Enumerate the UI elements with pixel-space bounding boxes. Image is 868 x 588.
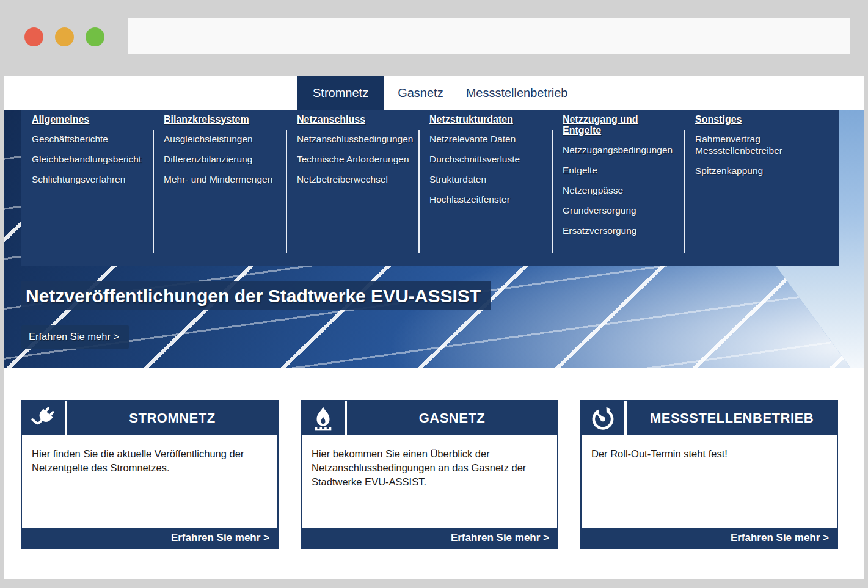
menu-column-allgemeines: AllgemeinesGeschäftsberichteGleichbehand…: [21, 110, 153, 266]
column-divider: [286, 130, 287, 253]
menu-column-bilanzkreissystem: BilanzkreissystemAusgleichsleistungenDif…: [153, 110, 286, 266]
card-messstellenbetrieb: MESSSTELLENBETRIEBDer Roll-Out-Termin st…: [580, 400, 838, 549]
card-header: MESSSTELLENBETRIEB: [582, 401, 837, 435]
menu-heading-netzzugang-und-entgelte[interactable]: Netzzugang und Entgelte: [563, 114, 677, 136]
menu-item-differenzbilanzierung[interactable]: Differenzbilanzierung: [164, 153, 279, 165]
column-divider: [418, 130, 420, 253]
card-description: Hier bekommen Sie einen Überblick der Ne…: [302, 435, 557, 528]
menu-column-sonstiges: SonstigesRahmenvertrag Messstellenbetrei…: [685, 110, 839, 266]
menu-item-schlichtungsverfahren[interactable]: Schlichtungsverfahren: [32, 173, 146, 185]
browser-chrome: [0, 0, 868, 76]
column-divider: [552, 130, 553, 253]
nav-tabs: StromnetzGasnetzMessstellenbetrieb: [297, 76, 576, 110]
menu-heading-netzanschluss[interactable]: Netzanschluss: [297, 114, 412, 125]
menu-column-netzstrukturdaten: NetzstrukturdatenNetzrelevante DatenDurc…: [419, 110, 552, 266]
card-title: STROMNETZ: [67, 401, 277, 435]
card-title: MESSSTELLENBETRIEB: [627, 401, 837, 435]
browser-window: { "window": { "address_bar_value": "" },…: [0, 0, 868, 588]
menu-item-mehr-und-mindermengen[interactable]: Mehr- und Mindermengen: [164, 173, 279, 185]
window-close-button[interactable]: [24, 27, 43, 46]
card-title: GASNETZ: [347, 401, 557, 435]
menu-item-technische-anforderungen[interactable]: Technische Anforderungen: [297, 153, 412, 165]
stromnetz-dropdown-menu: AllgemeinesGeschäftsberichteGleichbehand…: [21, 110, 839, 266]
card-description: Der Roll-Out-Termin steht fest!: [582, 435, 837, 528]
card-description: Hier finden Sie die aktuelle Veröffentli…: [22, 435, 277, 528]
hero-title: Netzveröffentlichungen der Stadtwerke EV…: [21, 281, 491, 310]
hero-learn-more-button[interactable]: Erfahren Sie mehr >: [21, 325, 129, 349]
menu-item-netzrelevante-daten[interactable]: Netzrelevante Daten: [429, 133, 545, 145]
menu-item-netzanschlussbedingungen[interactable]: Netzanschlussbedingungen: [297, 133, 412, 145]
menu-item-rahmenvertrag-messstellenbetreiber[interactable]: Rahmenvertrag Messstellenbetreiber: [695, 133, 832, 156]
menu-item-ausgleichsleistungen[interactable]: Ausgleichsleistungen: [164, 133, 279, 145]
menu-item-spitzenkappung[interactable]: Spitzenkappung: [695, 165, 832, 176]
menu-item-netzzugangsbedingungen[interactable]: Netzzugangsbedingungen: [563, 144, 677, 156]
card-footer: Erfahren Sie mehr >: [582, 528, 837, 548]
window-controls: [24, 27, 116, 46]
column-divider: [153, 130, 154, 253]
menu-item-entgelte[interactable]: Entgelte: [563, 164, 677, 176]
gauge-icon: [582, 401, 627, 435]
card-learn-more-button[interactable]: Erfahren Sie mehr >: [731, 532, 829, 544]
card-learn-more-button[interactable]: Erfahren Sie mehr >: [451, 532, 549, 544]
main-nav: StromnetzGasnetzMessstellenbetrieb: [4, 76, 864, 110]
window-zoom-button[interactable]: [86, 27, 104, 46]
menu-heading-netzstrukturdaten[interactable]: Netzstrukturdaten: [429, 114, 545, 125]
card-footer: Erfahren Sie mehr >: [302, 528, 557, 548]
menu-item-gleichbehandlungsbericht[interactable]: Gleichbehandlungsbericht: [32, 153, 146, 165]
plug-icon: [22, 401, 67, 435]
card-gasnetz: GASNETZHier bekommen Sie einen Überblick…: [301, 400, 558, 549]
nav-tab-stromnetz[interactable]: Stromnetz: [297, 76, 384, 110]
menu-item-hochlastzeitfenster[interactable]: Hochlastzeitfenster: [429, 194, 545, 205]
menu-item-gesch-ftsberichte[interactable]: Geschäftsberichte: [32, 133, 146, 145]
card-header: GASNETZ: [302, 401, 557, 435]
flame-icon: [302, 401, 347, 435]
menu-column-netzanschluss: NetzanschlussNetzanschlussbedingungenTec…: [286, 110, 419, 266]
menu-item-strukturdaten[interactable]: Strukturdaten: [429, 173, 545, 185]
column-divider: [684, 130, 685, 253]
card-stromnetz: STROMNETZHier finden Sie die aktuelle Ve…: [21, 400, 279, 549]
nav-tab-gasnetz[interactable]: Gasnetz: [389, 76, 451, 110]
menu-heading-allgemeines[interactable]: Allgemeines: [32, 114, 146, 125]
menu-item-netzengp-sse[interactable]: Netzengpässe: [563, 184, 677, 196]
window-minimize-button[interactable]: [55, 27, 74, 46]
card-learn-more-button[interactable]: Erfahren Sie mehr >: [171, 532, 269, 544]
address-bar[interactable]: [128, 18, 850, 54]
menu-item-grundversorgung[interactable]: Grundversorgung: [563, 205, 677, 216]
menu-heading-sonstiges[interactable]: Sonstiges: [695, 114, 832, 125]
cards-section: STROMNETZHier finden Sie die aktuelle Ve…: [4, 368, 864, 549]
menu-item-netzbetreiberwechsel[interactable]: Netzbetreiberwechsel: [297, 173, 412, 185]
card-header: STROMNETZ: [22, 401, 277, 435]
menu-item-durchschnittsverluste[interactable]: Durchschnittsverluste: [429, 153, 545, 165]
page: StromnetzGasnetzMessstellenbetrieb Allge…: [4, 76, 864, 579]
menu-item-ersatzversorgung[interactable]: Ersatzversorgung: [563, 225, 677, 236]
hero-banner: AllgemeinesGeschäftsberichteGleichbehand…: [4, 110, 864, 368]
menu-column-netzzugang-und-entgelte: Netzzugang und EntgelteNetzzugangsbeding…: [552, 110, 685, 266]
menu-heading-bilanzkreissystem[interactable]: Bilanzkreissystem: [164, 114, 279, 125]
card-footer: Erfahren Sie mehr >: [22, 528, 277, 548]
nav-tab-messstellenbetrieb[interactable]: Messstellenbetrieb: [458, 76, 577, 110]
